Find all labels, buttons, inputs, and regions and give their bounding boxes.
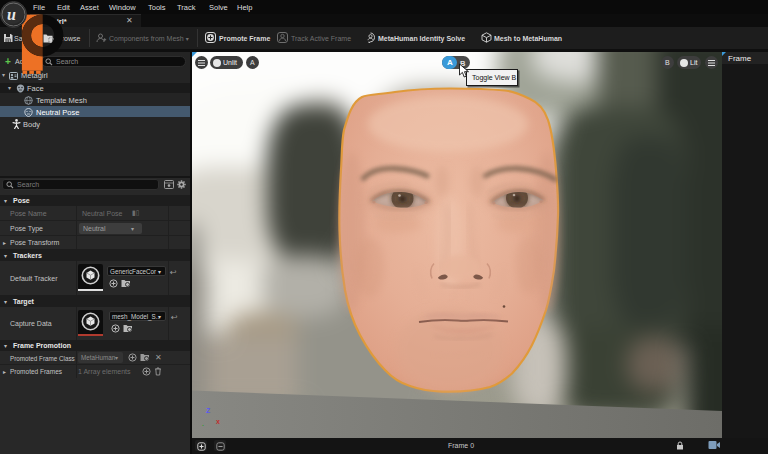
svg-text:u: u	[7, 6, 16, 23]
